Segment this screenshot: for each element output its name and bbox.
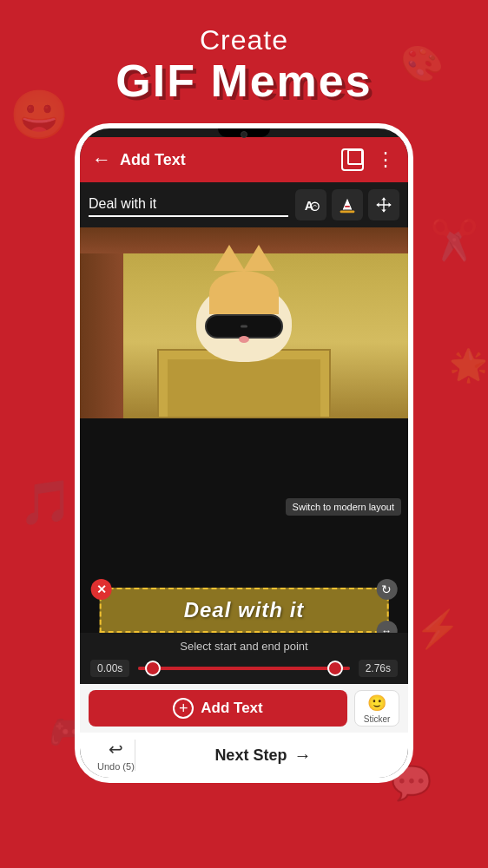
text-overlay-delete-handle[interactable]: ✕: [91, 579, 112, 600]
more-options-icon[interactable]: ⋮: [376, 148, 396, 171]
text-overlay-content: Deal with it: [115, 598, 373, 622]
timeline-start-time: 0.00s: [90, 660, 129, 677]
undo-label: Undo (5): [97, 761, 135, 772]
header-gif-label: GIF Memes: [115, 56, 372, 106]
timeline-area: Select start and end point 0.00s 2.76s: [80, 633, 408, 684]
color-icon: [338, 195, 357, 214]
cat-nose: [239, 336, 249, 343]
svg-rect-3: [340, 211, 355, 214]
action-bar: + Add Text 🙂 Sticker: [80, 684, 408, 733]
gif-canvas[interactable]: ✕ Deal with it ↻ ↔ Switch to modern layo…: [80, 227, 408, 633]
header-create-label: Create: [115, 24, 372, 56]
timeline-thumb-start[interactable]: [145, 661, 161, 676]
text-input-area: A: [80, 182, 408, 227]
top-bar-icons: ⋮: [341, 148, 396, 171]
move-icon: [374, 195, 393, 214]
layers-icon[interactable]: [341, 148, 364, 171]
switch-layout-button[interactable]: Switch to modern layout: [286, 498, 401, 516]
screen-title: Add Text: [120, 151, 333, 169]
back-button[interactable]: ←: [92, 148, 111, 171]
font-icon: A: [301, 195, 320, 214]
wood-left: [80, 227, 123, 418]
cat-box-inner: [168, 359, 320, 417]
cat-head: [196, 284, 292, 362]
text-overlay[interactable]: ✕ Deal with it ↻ ↔: [100, 588, 389, 633]
sticker-icon: 🙂: [367, 694, 386, 713]
cat-ear-left: [214, 245, 245, 271]
font-style-button[interactable]: A: [295, 189, 326, 220]
layers-icon-inner: [347, 149, 363, 165]
timeline-row: 0.00s 2.76s: [90, 660, 398, 677]
add-text-plus-icon: +: [173, 698, 194, 719]
undo-icon: ↩: [109, 739, 123, 760]
color-button[interactable]: [332, 189, 363, 220]
add-text-button[interactable]: + Add Text: [89, 690, 347, 727]
timeline-thumb-end[interactable]: [327, 661, 343, 676]
text-overlay-resize-handle[interactable]: ↔: [376, 621, 397, 633]
next-step-label: Next Step: [214, 746, 287, 765]
cat-head-top: [209, 271, 279, 314]
timeline-progress: [138, 667, 349, 670]
cat-ear-right: [243, 245, 274, 271]
text-overlay-rotate-handle[interactable]: ↻: [376, 579, 397, 600]
text-tool-buttons: A: [295, 189, 399, 220]
sticker-button[interactable]: 🙂 Sticker: [354, 690, 399, 727]
phone-frame: ← Add Text ⋮ A: [75, 123, 413, 783]
bottom-nav: ↩ Undo (5) Next Step →: [80, 733, 408, 778]
cat-image: [80, 227, 408, 418]
move-button[interactable]: [368, 189, 399, 220]
phone-camera: [241, 131, 247, 138]
undo-button[interactable]: ↩ Undo (5): [97, 739, 135, 772]
timeline-label: Select start and end point: [90, 640, 398, 653]
next-step-button[interactable]: Next Step →: [135, 746, 391, 766]
top-bar: ← Add Text ⋮: [80, 137, 408, 182]
text-input-field[interactable]: [89, 193, 288, 217]
timeline-end-time: 2.76s: [359, 660, 398, 677]
timeline-track[interactable]: [138, 667, 349, 670]
header-section: Create GIF Memes: [115, 24, 372, 106]
next-step-arrow-icon: →: [293, 746, 311, 766]
sticker-label: Sticker: [364, 714, 391, 724]
add-text-button-label: Add Text: [201, 700, 262, 717]
cat-glasses: [205, 314, 283, 339]
